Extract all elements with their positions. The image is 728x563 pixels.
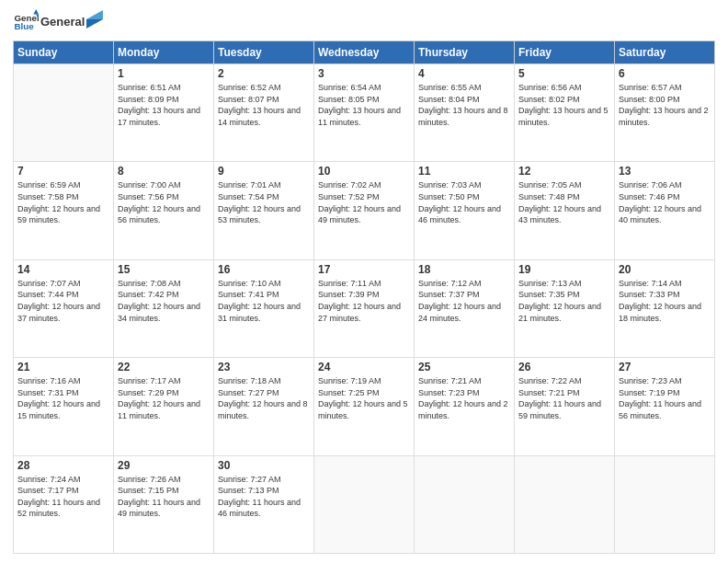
day-number: 24 <box>318 361 410 373</box>
header: General Blue General <box>13 9 715 35</box>
day-number: 1 <box>118 67 210 80</box>
day-info: Sunrise: 7:23 AM Sunset: 7:19 PM Dayligh… <box>619 375 711 421</box>
day-cell: 18Sunrise: 7:12 AM Sunset: 7:37 PM Dayli… <box>415 259 515 357</box>
svg-text:Blue: Blue <box>14 21 34 31</box>
day-number: 8 <box>118 165 210 178</box>
day-cell: 10Sunrise: 7:02 AM Sunset: 7:52 PM Dayli… <box>314 162 415 259</box>
weekday-header-thursday: Thursday <box>415 41 515 64</box>
day-info: Sunrise: 7:10 AM Sunset: 7:41 PM Dayligh… <box>218 278 310 324</box>
day-info: Sunrise: 6:59 AM Sunset: 7:58 PM Dayligh… <box>17 179 109 225</box>
day-info: Sunrise: 7:05 AM Sunset: 7:48 PM Dayligh… <box>518 179 610 225</box>
weekday-header-monday: Monday <box>114 41 214 64</box>
day-number: 15 <box>118 263 210 276</box>
day-info: Sunrise: 6:55 AM Sunset: 8:04 PM Dayligh… <box>418 82 510 128</box>
day-info: Sunrise: 6:52 AM Sunset: 8:07 PM Dayligh… <box>218 82 310 128</box>
day-cell: 4Sunrise: 6:55 AM Sunset: 8:04 PM Daylig… <box>415 64 515 162</box>
day-info: Sunrise: 7:24 AM Sunset: 7:17 PM Dayligh… <box>17 474 109 520</box>
day-info: Sunrise: 6:56 AM Sunset: 8:02 PM Dayligh… <box>518 82 610 128</box>
day-cell: 24Sunrise: 7:19 AM Sunset: 7:25 PM Dayli… <box>314 358 415 455</box>
day-number: 26 <box>518 361 610 373</box>
day-number: 12 <box>518 165 610 178</box>
day-cell <box>615 455 715 553</box>
day-cell: 30Sunrise: 7:27 AM Sunset: 7:13 PM Dayli… <box>214 455 314 553</box>
day-info: Sunrise: 6:57 AM Sunset: 8:00 PM Dayligh… <box>619 82 711 128</box>
day-info: Sunrise: 7:19 AM Sunset: 7:25 PM Dayligh… <box>318 375 410 421</box>
day-info: Sunrise: 7:03 AM Sunset: 7:50 PM Dayligh… <box>418 179 510 225</box>
day-number: 17 <box>318 263 410 276</box>
week-row-3: 21Sunrise: 7:16 AM Sunset: 7:31 PM Dayli… <box>14 358 715 455</box>
day-cell: 8Sunrise: 7:00 AM Sunset: 7:56 PM Daylig… <box>114 162 214 259</box>
day-info: Sunrise: 7:17 AM Sunset: 7:29 PM Dayligh… <box>118 375 210 421</box>
day-cell: 21Sunrise: 7:16 AM Sunset: 7:31 PM Dayli… <box>14 358 114 455</box>
day-info: Sunrise: 7:18 AM Sunset: 7:27 PM Dayligh… <box>218 375 310 421</box>
day-info: Sunrise: 7:01 AM Sunset: 7:54 PM Dayligh… <box>218 179 310 225</box>
day-number: 27 <box>619 361 711 373</box>
day-number: 4 <box>418 67 510 80</box>
day-cell: 2Sunrise: 6:52 AM Sunset: 8:07 PM Daylig… <box>214 64 314 162</box>
day-number: 6 <box>619 67 711 80</box>
day-cell: 3Sunrise: 6:54 AM Sunset: 8:05 PM Daylig… <box>314 64 415 162</box>
day-cell: 25Sunrise: 7:21 AM Sunset: 7:23 PM Dayli… <box>415 358 515 455</box>
day-info: Sunrise: 7:02 AM Sunset: 7:52 PM Dayligh… <box>318 179 410 225</box>
day-cell: 26Sunrise: 7:22 AM Sunset: 7:21 PM Dayli… <box>515 358 615 455</box>
day-number: 25 <box>418 361 510 373</box>
day-number: 5 <box>518 67 610 80</box>
day-cell: 13Sunrise: 7:06 AM Sunset: 7:46 PM Dayli… <box>615 162 715 259</box>
day-cell <box>314 455 415 553</box>
day-info: Sunrise: 6:51 AM Sunset: 8:09 PM Dayligh… <box>118 82 210 128</box>
day-cell: 22Sunrise: 7:17 AM Sunset: 7:29 PM Dayli… <box>114 358 214 455</box>
day-cell: 29Sunrise: 7:26 AM Sunset: 7:15 PM Dayli… <box>114 455 214 553</box>
week-row-1: 7Sunrise: 6:59 AM Sunset: 7:58 PM Daylig… <box>14 162 715 259</box>
day-cell: 28Sunrise: 7:24 AM Sunset: 7:17 PM Dayli… <box>14 455 114 553</box>
day-cell: 20Sunrise: 7:14 AM Sunset: 7:33 PM Dayli… <box>615 259 715 357</box>
day-info: Sunrise: 7:21 AM Sunset: 7:23 PM Dayligh… <box>418 375 510 421</box>
weekday-header-sunday: Sunday <box>14 41 114 64</box>
day-info: Sunrise: 7:11 AM Sunset: 7:39 PM Dayligh… <box>318 278 410 324</box>
day-cell <box>415 455 515 553</box>
day-cell <box>14 64 114 162</box>
weekday-header-row: SundayMondayTuesdayWednesdayThursdayFrid… <box>14 41 715 64</box>
day-number: 7 <box>17 165 109 178</box>
day-cell: 19Sunrise: 7:13 AM Sunset: 7:35 PM Dayli… <box>515 259 615 357</box>
day-number: 9 <box>218 165 310 178</box>
weekday-header-tuesday: Tuesday <box>214 41 314 64</box>
day-cell: 17Sunrise: 7:11 AM Sunset: 7:39 PM Dayli… <box>314 259 415 357</box>
day-number: 20 <box>619 263 711 276</box>
day-number: 21 <box>17 361 109 373</box>
day-info: Sunrise: 7:22 AM Sunset: 7:21 PM Dayligh… <box>518 375 610 421</box>
day-cell: 27Sunrise: 7:23 AM Sunset: 7:19 PM Dayli… <box>615 358 715 455</box>
day-cell: 11Sunrise: 7:03 AM Sunset: 7:50 PM Dayli… <box>415 162 515 259</box>
day-cell: 23Sunrise: 7:18 AM Sunset: 7:27 PM Dayli… <box>214 358 314 455</box>
day-cell: 5Sunrise: 6:56 AM Sunset: 8:02 PM Daylig… <box>515 64 615 162</box>
day-info: Sunrise: 7:27 AM Sunset: 7:13 PM Dayligh… <box>218 474 310 520</box>
day-info: Sunrise: 7:14 AM Sunset: 7:33 PM Dayligh… <box>619 278 711 324</box>
day-cell: 16Sunrise: 7:10 AM Sunset: 7:41 PM Dayli… <box>214 259 314 357</box>
day-info: Sunrise: 7:08 AM Sunset: 7:42 PM Dayligh… <box>118 278 210 324</box>
calendar: SundayMondayTuesdayWednesdayThursdayFrid… <box>13 40 715 554</box>
day-info: Sunrise: 7:16 AM Sunset: 7:31 PM Dayligh… <box>17 375 109 421</box>
day-info: Sunrise: 7:06 AM Sunset: 7:46 PM Dayligh… <box>619 179 711 225</box>
day-cell: 14Sunrise: 7:07 AM Sunset: 7:44 PM Dayli… <box>14 259 114 357</box>
day-number: 10 <box>318 165 410 178</box>
day-info: Sunrise: 7:13 AM Sunset: 7:35 PM Dayligh… <box>518 278 610 324</box>
day-info: Sunrise: 7:26 AM Sunset: 7:15 PM Dayligh… <box>118 474 210 520</box>
week-row-2: 14Sunrise: 7:07 AM Sunset: 7:44 PM Dayli… <box>14 259 715 357</box>
weekday-header-saturday: Saturday <box>615 41 715 64</box>
day-info: Sunrise: 7:07 AM Sunset: 7:44 PM Dayligh… <box>17 278 109 324</box>
day-cell: 9Sunrise: 7:01 AM Sunset: 7:54 PM Daylig… <box>214 162 314 259</box>
day-number: 29 <box>118 459 210 472</box>
day-number: 22 <box>118 361 210 373</box>
day-info: Sunrise: 7:12 AM Sunset: 7:37 PM Dayligh… <box>418 278 510 324</box>
svg-marker-4 <box>86 19 103 29</box>
day-number: 30 <box>218 459 310 472</box>
weekday-header-wednesday: Wednesday <box>314 41 415 64</box>
day-number: 3 <box>318 67 410 80</box>
day-info: Sunrise: 6:54 AM Sunset: 8:05 PM Dayligh… <box>318 82 410 128</box>
logo: General Blue General <box>13 9 103 35</box>
day-number: 28 <box>17 459 109 472</box>
day-number: 18 <box>418 263 510 276</box>
day-cell: 7Sunrise: 6:59 AM Sunset: 7:58 PM Daylig… <box>14 162 114 259</box>
day-cell: 6Sunrise: 6:57 AM Sunset: 8:00 PM Daylig… <box>615 64 715 162</box>
week-row-4: 28Sunrise: 7:24 AM Sunset: 7:17 PM Dayli… <box>14 455 715 553</box>
svg-marker-2 <box>33 9 39 15</box>
